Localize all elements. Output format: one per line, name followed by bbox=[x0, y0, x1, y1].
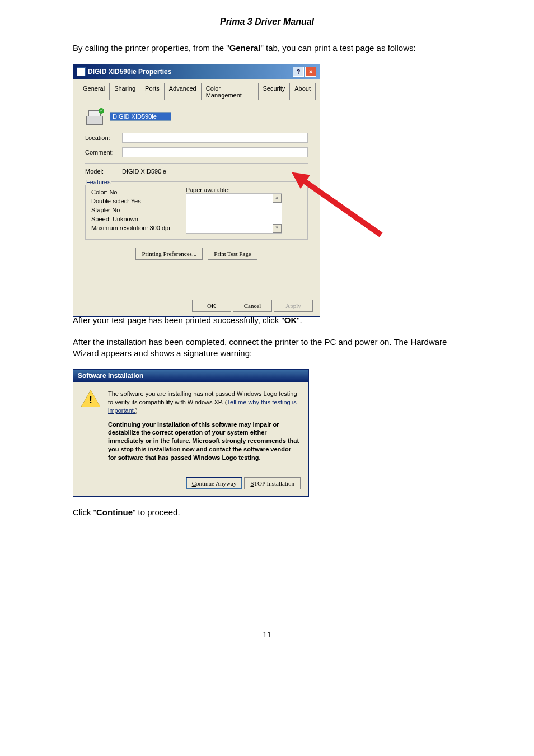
scroll-up-icon[interactable]: ▲ bbox=[273, 194, 282, 203]
software-installation-dialog: Software Installation ! The software you… bbox=[73, 369, 309, 497]
stop-installation-button[interactable]: STOP Installation bbox=[244, 477, 301, 489]
doc-title: Prima 3 Driver Manual bbox=[73, 17, 461, 27]
ok-button[interactable]: OK bbox=[192, 300, 231, 312]
dlg2-bold-text: Continuing your installation of this sof… bbox=[108, 421, 301, 462]
model-label: Model: bbox=[85, 168, 119, 175]
tab-sharing[interactable]: Sharing bbox=[109, 83, 140, 100]
tab-about[interactable]: About bbox=[289, 83, 316, 100]
para1-bold: General bbox=[229, 43, 261, 53]
page-number: 11 bbox=[73, 630, 461, 639]
para4-pre: Click " bbox=[73, 507, 96, 517]
para1-pre: By calling the printer properties, from … bbox=[73, 43, 229, 53]
model-value: DIGID XID590ie bbox=[122, 168, 166, 175]
printing-preferences-button[interactable]: Printing Preferences... bbox=[135, 248, 203, 260]
dialog-title: DIGID XID590ie Properties bbox=[88, 68, 171, 76]
tab-ports[interactable]: Ports bbox=[140, 83, 165, 100]
para1-post: " tab, you can print a test page as foll… bbox=[261, 43, 416, 53]
para-3: After the installation has been complete… bbox=[73, 337, 461, 360]
scroll-down-icon[interactable]: ▼ bbox=[273, 224, 282, 233]
feat-speed: Speed: Unknown bbox=[91, 216, 170, 222]
tab-security[interactable]: Security bbox=[258, 83, 291, 100]
printer-icon bbox=[77, 67, 86, 76]
continue-anyway-button[interactable]: Continue Anyway bbox=[186, 477, 243, 489]
tab-content-general: ✓ DIGID XID590ie Location: Comment: bbox=[78, 102, 315, 290]
para-1: By calling the printer properties, from … bbox=[73, 43, 461, 54]
paper-available-label: Paper available: bbox=[186, 186, 282, 193]
titlebar: DIGID XID590ie Properties ? × bbox=[73, 64, 320, 79]
location-input[interactable] bbox=[122, 133, 308, 143]
apply-button[interactable]: Apply bbox=[274, 300, 313, 312]
tab-color-management[interactable]: Color Management bbox=[201, 83, 259, 100]
help-button[interactable]: ? bbox=[293, 67, 304, 77]
para4-bold: Continue bbox=[96, 507, 133, 517]
tab-advanced[interactable]: Advanced bbox=[164, 83, 202, 100]
print-test-page-button[interactable]: Print Test Page bbox=[208, 248, 257, 260]
printer-name-input[interactable]: DIGID XID590ie bbox=[110, 112, 171, 121]
para-4: Click "Continue" to proceed. bbox=[73, 507, 461, 518]
feat-double-sided: Double-sided: Yes bbox=[91, 198, 170, 204]
feat-color: Color: No bbox=[91, 189, 170, 195]
para4-post: " to proceed. bbox=[133, 507, 180, 517]
dlg2-text: The software you are installing has not … bbox=[108, 390, 301, 462]
warning-mark: ! bbox=[81, 394, 100, 406]
comment-input[interactable] bbox=[122, 147, 308, 157]
location-label: Location: bbox=[85, 134, 119, 141]
dlg2-title: Software Installation bbox=[73, 370, 308, 382]
continue-rest: ontinue Anyway bbox=[196, 480, 236, 487]
features-label: Features bbox=[85, 179, 111, 185]
feat-staple: Staple: No bbox=[91, 207, 170, 213]
paper-available-list[interactable]: ▲ ▼ bbox=[186, 193, 282, 234]
features-list: Color: No Double-sided: Yes Staple: No S… bbox=[91, 186, 170, 234]
properties-dialog-wrap: DIGID XID590ie Properties ? × General Sh… bbox=[73, 64, 392, 305]
printer-status-icon: ✓ bbox=[85, 108, 104, 125]
tab-general[interactable]: General bbox=[78, 83, 110, 100]
tab-strip: General Sharing Ports Advanced Color Man… bbox=[78, 82, 315, 100]
comment-label: Comment: bbox=[85, 149, 119, 156]
dlg2-text1b: ) bbox=[135, 407, 138, 414]
warning-icon: ! bbox=[81, 390, 100, 407]
cancel-button[interactable]: Cancel bbox=[233, 300, 272, 312]
continue-mnemonic: C bbox=[192, 480, 196, 487]
close-button[interactable]: × bbox=[305, 67, 316, 77]
stop-rest: TOP Installation bbox=[254, 480, 294, 487]
feat-resolution: Maximum resolution: 300 dpi bbox=[91, 225, 170, 231]
